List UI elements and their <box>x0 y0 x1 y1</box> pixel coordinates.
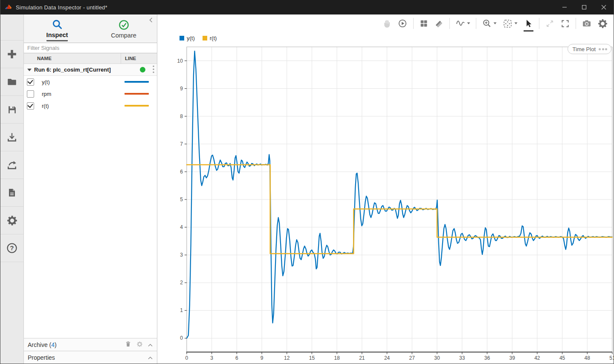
toolbar-separator <box>413 18 414 29</box>
properties-collapse-chevron-icon[interactable] <box>148 354 153 361</box>
run-menu-kebab-icon[interactable] <box>152 65 155 75</box>
signals-panel: Inspect Compare NAME LINE Run 6: plc_cos… <box>24 14 157 364</box>
svg-text:1: 1 <box>180 307 183 313</box>
svg-text:33: 33 <box>459 355 465 361</box>
sidebar: ? <box>0 14 24 364</box>
plot-area: y(t) r(t) 036912151821242730333639424548… <box>157 14 614 364</box>
time-plot: 0369121518212427303336394245485101234567… <box>157 43 614 364</box>
properties-bar[interactable]: Properties <box>24 351 157 364</box>
archive-bar[interactable]: Archive (4) <box>24 338 157 351</box>
toolbar-separator <box>476 18 476 29</box>
svg-text:?: ? <box>10 244 14 251</box>
close-button[interactable] <box>594 0 614 14</box>
time-plot-badge-label: Time Plot <box>573 46 596 52</box>
archive-count: 4 <box>51 341 55 348</box>
app-window: Simulation Data Inspector - untitled* <box>0 0 614 364</box>
svg-text:6: 6 <box>180 169 183 175</box>
signal-row-rt[interactable]: r(t) <box>24 100 157 112</box>
preferences-gear-button[interactable] <box>0 206 23 234</box>
help-button[interactable]: ? <box>0 234 23 262</box>
clear-eraser-button[interactable] <box>434 18 444 29</box>
snapshot-camera-button[interactable] <box>582 18 592 29</box>
run-row[interactable]: Run 6: plc_cosim_rt[Current] <box>24 64 157 76</box>
export-button[interactable] <box>0 151 23 179</box>
toolbar-separator <box>539 18 539 29</box>
add-button[interactable] <box>0 40 23 68</box>
svg-text:36: 36 <box>484 355 490 361</box>
svg-text:7: 7 <box>180 141 183 147</box>
plot-settings-gear-button[interactable] <box>597 18 608 29</box>
import-button[interactable] <box>0 123 23 151</box>
pan-hand-button[interactable] <box>382 18 392 29</box>
table-header: NAME LINE <box>24 53 157 64</box>
tab-inspect[interactable]: Inspect <box>24 14 90 43</box>
minimize-button[interactable] <box>555 0 574 14</box>
legend-label: y(t) <box>187 35 195 41</box>
zoom-in-button[interactable] <box>482 18 497 29</box>
svg-text:18: 18 <box>334 355 340 361</box>
svg-text:3: 3 <box>180 252 183 258</box>
toolbar-separator <box>449 18 450 29</box>
signal-checkbox[interactable] <box>27 102 34 110</box>
expand-button[interactable] <box>545 18 555 29</box>
legend-label: r(t) <box>210 35 217 41</box>
window-controls <box>555 0 614 14</box>
plot-toolbar <box>157 14 614 32</box>
tab-compare-label: Compare <box>111 32 136 40</box>
signal-checkbox[interactable] <box>27 90 34 98</box>
signal-name: y(t) <box>42 79 50 85</box>
run-label: Run 6: plc_cosim_rt[Current] <box>34 66 111 73</box>
properties-label: Properties <box>28 354 55 361</box>
archive-trash-icon[interactable] <box>125 340 132 349</box>
save-button[interactable] <box>0 95 23 123</box>
archive-label-suffix: ) <box>55 341 57 348</box>
svg-text:8: 8 <box>180 113 183 119</box>
badge-options-dots-icon[interactable] <box>599 48 607 50</box>
svg-text:0: 0 <box>180 335 183 341</box>
signal-checkbox[interactable] <box>27 78 34 86</box>
svg-text:51: 51 <box>609 355 614 361</box>
svg-text:30: 30 <box>434 355 440 361</box>
panel-empty-area <box>24 112 157 338</box>
svg-text:21: 21 <box>359 355 365 361</box>
open-folder-button[interactable] <box>0 68 23 95</box>
archive-collapse-chevron-icon[interactable] <box>148 341 153 348</box>
collapse-panel-button[interactable] <box>148 17 154 25</box>
svg-text:42: 42 <box>534 355 540 361</box>
signal-line-swatch <box>125 81 149 83</box>
signal-row-rpm[interactable]: rpm <box>24 88 157 100</box>
signal-line-swatch <box>125 93 149 95</box>
svg-text:4: 4 <box>180 224 183 230</box>
svg-text:39: 39 <box>509 355 515 361</box>
fit-to-view-button[interactable] <box>502 18 518 29</box>
svg-text:48: 48 <box>585 355 591 361</box>
name-column-header: NAME <box>36 56 121 61</box>
time-plot-canvas[interactable]: 0369121518212427303336394245485101234567… <box>157 43 614 364</box>
legend-item-rt[interactable]: r(t) <box>203 35 217 41</box>
signal-style-button[interactable] <box>455 18 470 29</box>
time-plot-badge[interactable]: Time Plot <box>568 44 611 54</box>
run-expand-caret-icon[interactable] <box>27 69 32 71</box>
archive-label: Archive ( <box>28 341 51 348</box>
tab-compare[interactable]: Compare <box>90 14 157 43</box>
plot-legend: y(t) r(t) <box>157 32 614 43</box>
svg-text:2: 2 <box>180 280 183 286</box>
magnifier-icon <box>52 19 63 30</box>
replay-button[interactable] <box>397 18 408 29</box>
line-column-header: LINE <box>121 53 157 64</box>
fullscreen-button[interactable] <box>560 18 570 29</box>
signal-row-yt[interactable]: y(t) <box>24 76 157 88</box>
maximize-button[interactable] <box>574 0 594 14</box>
panel-tabs: Inspect Compare <box>24 14 157 43</box>
svg-text:45: 45 <box>559 355 565 361</box>
select-cursor-button[interactable] <box>523 18 533 29</box>
filter-signals-input[interactable] <box>24 43 157 53</box>
run-status-dot <box>140 67 145 72</box>
svg-text:3: 3 <box>210 355 213 361</box>
signal-name: rpm <box>42 91 51 97</box>
legend-item-yt[interactable]: y(t) <box>180 35 195 41</box>
subplot-layout-button[interactable] <box>419 18 429 29</box>
report-document-button[interactable] <box>0 179 23 206</box>
svg-text:12: 12 <box>284 355 290 361</box>
archive-settings-gear-icon[interactable] <box>136 341 143 349</box>
